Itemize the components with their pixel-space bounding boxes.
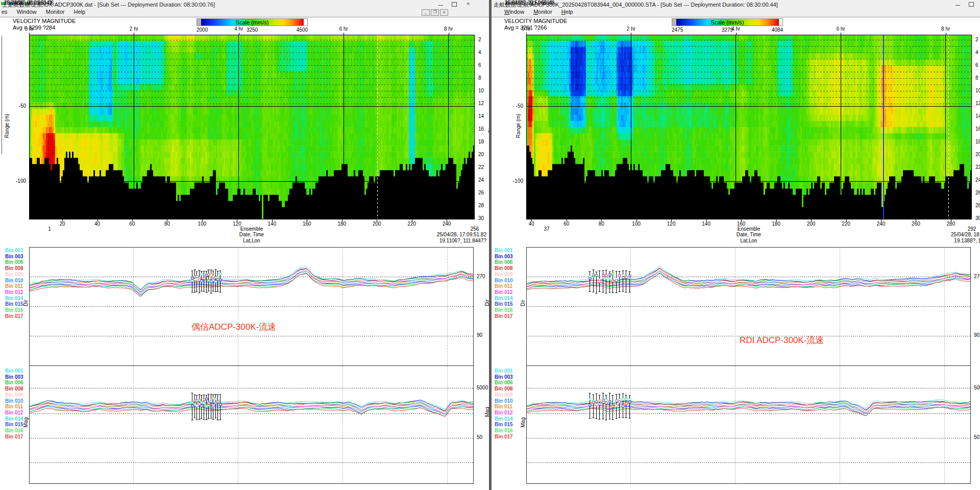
end-datetime: 25/04/28, 17:09:51.82 <box>412 232 486 237</box>
ensemble-tick: 80 <box>164 221 170 227</box>
ensemble-tick: 220 <box>842 221 850 227</box>
timeseries-plot[interactable] <box>29 247 474 484</box>
bin-legend-magnitude: Bin 001Bin 003Bin 006Bin 008Bin 009Bin 0… <box>495 368 526 439</box>
datetime-axis-title: Date, Time <box>239 232 264 237</box>
ensemble-tick: 260 <box>912 221 920 227</box>
ensemble-first: 37 <box>544 226 549 232</box>
ensemble-tick: 60 <box>564 221 569 227</box>
hour-tick: 6 hr <box>837 26 845 32</box>
mag-axis-label-left: Mag <box>23 416 29 429</box>
latlon-axis-title: Lat,Lon <box>243 238 260 243</box>
range-axis-label: Range (m) <box>4 108 11 144</box>
legend-bin-label: Bin 011 <box>495 404 526 410</box>
menu-help[interactable]: Help <box>561 9 573 15</box>
bin-tick: 12 <box>975 101 980 106</box>
color-scale-bar: Scale (mm/s) <box>197 18 308 26</box>
range-tick: -100 <box>513 178 523 184</box>
end-datetime: 25/04/28, 18:2 <box>909 232 980 237</box>
ensemble-tick: 100 <box>632 221 641 227</box>
legend-bin-label: Bin 003 <box>495 254 526 260</box>
legend-bin-label: Bin 008 <box>495 265 526 272</box>
maximize-button[interactable] <box>966 1 976 7</box>
title-bar[interactable]: 上走航数据\走航\OX-ADCP300K.dat - [Sub Set --- … <box>0 0 490 8</box>
timeseries-plot[interactable] <box>526 247 971 484</box>
start-latlon: 18.7583?, 110.9304? <box>4 0 52 6</box>
legend-bin-label: Bin 011 <box>495 283 526 289</box>
ensemble-tick: 60 <box>129 221 135 227</box>
menu-window[interactable]: Window <box>17 9 37 15</box>
bin-tick: 16 <box>975 126 980 132</box>
legend-bin-label: Bin 006 <box>495 380 526 386</box>
hour-tick: 4 hr <box>234 26 243 32</box>
ensemble-tick: 100 <box>198 221 207 227</box>
legend-bin-label: Bin 009 <box>495 392 526 398</box>
bin-tick: 30 <box>478 215 484 221</box>
mag-axis-label-left: Mag <box>520 416 526 429</box>
minimize-button[interactable] <box>952 1 963 7</box>
ensemble-tick: 200 <box>373 221 381 227</box>
mag-tick-5000: 5000 <box>974 385 980 390</box>
mdi-close-button[interactable]: x <box>440 9 448 16</box>
maximize-button[interactable] <box>449 1 459 7</box>
menu-help[interactable]: Help <box>74 9 85 15</box>
mdi-minimize-button[interactable]: _ <box>422 9 430 16</box>
plot-title: VELOCITY MAGNITUDE <box>13 18 76 24</box>
ensemble-tick: 200 <box>807 221 816 227</box>
hour-tick: 0 hr <box>24 26 33 32</box>
bin-tick: 6 <box>975 62 978 68</box>
dir-axis-label-left: Dir <box>520 297 526 309</box>
ensemble-tick: 40 <box>94 221 100 227</box>
maximize-icon <box>969 2 974 7</box>
ensemble-last: 256 <box>471 226 479 232</box>
ensemble-tick: 180 <box>772 221 780 227</box>
legend-bin-label: Bin 012 <box>495 410 526 416</box>
velocity-contour-plot[interactable] <box>29 35 475 219</box>
menu-monitor[interactable]: Monitor <box>533 9 552 15</box>
dir-tick-90: 90 <box>974 332 979 338</box>
datetime-axis-title: Date, Time <box>737 232 761 237</box>
title-bar[interactable]: 走航数据\走航\ADCP300K_20250428T083944_004_000… <box>492 0 980 8</box>
ensemble-axis-title: Ensemble <box>240 226 263 232</box>
bin-tick: 18 <box>478 139 484 144</box>
minimize-button[interactable] <box>435 1 446 7</box>
ensemble-tick: 80 <box>599 221 604 227</box>
left-app-window: 上走航数据\走航\OX-ADCP300K.dat - [Sub Set --- … <box>0 0 490 490</box>
dir-tick-270: 270 <box>477 274 485 279</box>
velocity-contour-plot[interactable] <box>526 35 972 219</box>
mag-tick-5000: 5000 <box>477 385 488 390</box>
legend-bin-label: Bin 001 <box>495 248 526 254</box>
scale-label: Scale (mm/s) <box>197 19 307 26</box>
mag-tick-50: 50 <box>974 434 979 440</box>
menu-window[interactable]: Window <box>504 9 524 15</box>
legend-bin-label: Bin 010 <box>495 278 526 284</box>
menu-es[interactable]: es <box>2 9 8 15</box>
plot-title: VELOCITY MAGNITUDE <box>504 18 567 24</box>
range-axis-label: Range (m) <box>516 108 522 144</box>
maximize-icon <box>452 2 457 7</box>
close-icon: × <box>467 1 470 7</box>
range-axis: -50-100 <box>11 35 27 219</box>
end-latlon: 19.1388?, 11 <box>909 238 980 243</box>
ensemble-tick: 120 <box>667 221 676 227</box>
range-tick: -50 <box>19 103 26 109</box>
dir-axis-label-left: Dir <box>23 297 29 309</box>
mdi-restore-button[interactable]: ❐ <box>431 9 439 16</box>
ensemble-tick: 280 <box>947 221 955 227</box>
hour-tick: 2 hr <box>130 26 138 32</box>
menu-bar: esWindowMonitorHelp _ ❐ x <box>0 8 490 17</box>
bin-tick: 22 <box>478 164 484 170</box>
bin-tick: 2 <box>478 37 481 42</box>
ensemble-tick: 180 <box>337 221 346 227</box>
mdi-controls: _ ❐ x <box>422 9 448 16</box>
bin-tick: 28 <box>478 203 484 208</box>
menu-monitor[interactable]: Monitor <box>46 9 65 15</box>
bin-tick: 20 <box>478 152 484 157</box>
bin-tick: 14 <box>975 113 980 119</box>
bin-tick: 6 <box>478 62 481 68</box>
bin-tick: 8 <box>478 75 481 81</box>
bin-tick: 18 <box>975 139 980 144</box>
legend-bin-label: Bin 001 <box>495 368 526 374</box>
close-button[interactable]: × <box>463 1 473 7</box>
legend-bin-label: Bin 017 <box>495 313 526 320</box>
bin-tick: 12 <box>478 101 484 106</box>
